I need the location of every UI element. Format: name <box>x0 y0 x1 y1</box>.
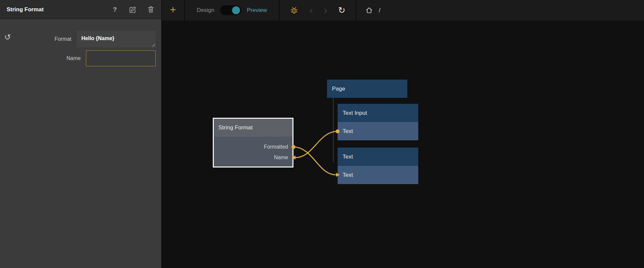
format-input[interactable]: Hello {Name} <box>77 31 156 47</box>
help-button[interactable]: ? <box>111 6 119 14</box>
help-icon: ? <box>113 6 117 13</box>
port-formatted-output[interactable]: Formatted <box>214 142 292 152</box>
toolbar-path-section: / <box>357 0 644 21</box>
reset-icon: ↺ <box>4 33 11 42</box>
node-text[interactable]: Text Text <box>338 148 418 184</box>
toolbar: + Design Preview <box>162 0 644 21</box>
port-label: Formatted <box>264 144 288 150</box>
app-window: String Format ? <box>0 0 644 268</box>
node-page[interactable]: Page <box>327 80 407 98</box>
name-input[interactable] <box>86 50 156 66</box>
refresh-icon: ↻ <box>338 6 346 15</box>
chevron-left-icon: ‹ <box>309 5 313 16</box>
edit-icon <box>129 6 136 13</box>
panel-header: String Format ? <box>0 0 161 19</box>
toolbar-add-section: + <box>162 0 184 21</box>
node-string-format-title: String Format <box>214 119 292 137</box>
port-label: Text <box>343 128 353 135</box>
toolbar-mode-section: Design Preview <box>185 0 279 21</box>
port-label: Text <box>343 172 353 178</box>
delete-button[interactable] <box>147 6 155 14</box>
add-node-button[interactable]: + <box>170 4 176 16</box>
connection-textoutput-to-name[interactable] <box>295 131 338 158</box>
home-button[interactable] <box>365 6 373 14</box>
forward-button[interactable]: › <box>324 5 328 16</box>
home-icon <box>365 6 373 14</box>
port-name-input[interactable]: Name <box>214 152 292 163</box>
node-page-title: Page <box>327 80 407 98</box>
node-string-format[interactable]: String Format Formatted Name <box>213 118 293 168</box>
back-button[interactable]: ‹ <box>309 5 313 16</box>
node-text-input[interactable]: Text Input Text <box>338 104 418 140</box>
trash-icon <box>147 6 154 13</box>
format-property-row: Format Hello {Name} <box>0 31 161 47</box>
toggle-knob-icon <box>232 6 240 14</box>
design-preview-toggle[interactable] <box>220 5 241 15</box>
reset-button[interactable]: ↺ <box>4 33 11 41</box>
string-format-ports: Formatted Name <box>214 137 292 163</box>
name-label: Name <box>66 55 81 61</box>
port-label: Name <box>274 155 288 161</box>
rename-button[interactable] <box>129 6 137 14</box>
refresh-button[interactable]: ↻ <box>338 6 346 15</box>
chevron-right-icon: › <box>324 5 328 16</box>
bug-icon <box>290 6 298 15</box>
panel-body: ↺ Format Hello {Name} Name <box>0 19 161 268</box>
port-row-text-input[interactable]: Text <box>338 166 418 184</box>
format-label: Format <box>54 36 71 42</box>
main-area: + Design Preview <box>162 0 644 268</box>
node-text-title: Text <box>338 148 418 166</box>
debug-button[interactable] <box>290 6 298 15</box>
connection-formatted-to-text[interactable] <box>293 147 336 175</box>
panel-actions: ? <box>111 6 155 14</box>
panel-title: String Format <box>7 6 111 13</box>
toolbar-nav-section: ‹ › ↻ <box>280 0 356 21</box>
property-panel: String Format ? <box>0 0 162 268</box>
breadcrumb-path: / <box>379 7 380 14</box>
name-property-row: Name <box>0 50 161 66</box>
preview-mode-label[interactable]: Preview <box>247 7 267 14</box>
node-canvas[interactable]: Page Text Input Text Text Text String Fo… <box>162 21 644 268</box>
format-input-wrap: Hello {Name} <box>77 31 156 47</box>
port-row-text-output[interactable]: Text <box>338 122 418 140</box>
node-text-input-title: Text Input <box>338 104 418 122</box>
design-mode-label[interactable]: Design <box>197 7 214 14</box>
